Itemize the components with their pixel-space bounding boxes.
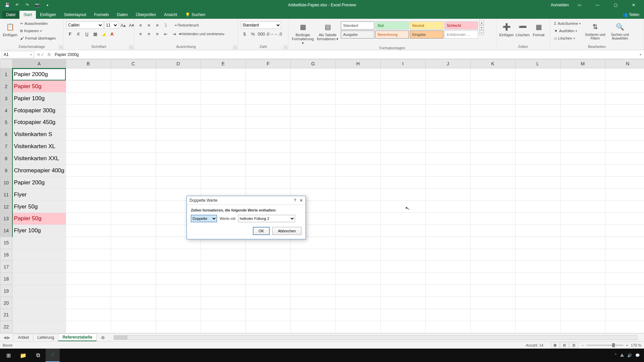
cell-D2[interactable] xyxy=(156,80,201,93)
cell-M4[interactable] xyxy=(560,105,605,117)
cell-E18[interactable] xyxy=(201,273,246,285)
cell-K16[interactable] xyxy=(470,249,515,261)
cell-B8[interactable] xyxy=(66,153,111,165)
delete-cells-button[interactable]: ➖Löschen xyxy=(515,20,530,37)
tab-file[interactable]: Datei xyxy=(2,11,19,19)
cell-M17[interactable] xyxy=(560,261,605,273)
column-header-M[interactable]: M xyxy=(560,59,605,68)
row-header-15[interactable]: 15 xyxy=(0,237,12,249)
ribbon-display-options-icon[interactable]: ▭ xyxy=(572,0,587,10)
cell-K6[interactable] xyxy=(470,128,515,140)
cell-H11[interactable] xyxy=(335,189,380,201)
sheet-tab-artikel[interactable]: Artikel xyxy=(13,334,33,341)
cell-F21[interactable] xyxy=(246,309,290,321)
cell-E3[interactable] xyxy=(201,93,246,105)
cell-I9[interactable] xyxy=(380,165,425,177)
cell-C1[interactable] xyxy=(111,68,156,80)
cell-B4[interactable] xyxy=(66,105,111,117)
worksheet-grid[interactable]: ABCDEFGHIJKLMN1Papier 2000g2Papier 50g3P… xyxy=(0,59,644,333)
cell-D22[interactable] xyxy=(156,321,201,333)
cell-B18[interactable] xyxy=(66,273,111,285)
cell-N19[interactable] xyxy=(605,285,644,297)
cell-H4[interactable] xyxy=(335,105,380,117)
select-all-corner[interactable] xyxy=(0,59,12,68)
cell-M21[interactable] xyxy=(560,309,605,321)
cell-H10[interactable] xyxy=(335,177,380,189)
cell-A5[interactable]: Fotopapier 450g xyxy=(12,116,66,128)
style-good[interactable]: Gut xyxy=(375,21,409,29)
cell-F6[interactable] xyxy=(246,128,290,140)
cell-L3[interactable] xyxy=(515,93,560,105)
cell-F2[interactable] xyxy=(246,80,290,93)
cell-H19[interactable] xyxy=(335,285,380,297)
row-header-11[interactable]: 11 xyxy=(0,189,12,201)
cell-B9[interactable] xyxy=(66,165,111,177)
tab-home[interactable]: Start xyxy=(19,11,36,19)
cell-N1[interactable] xyxy=(605,68,644,80)
cell-N15[interactable] xyxy=(605,237,644,249)
cell-N12[interactable] xyxy=(605,201,644,213)
cell-I15[interactable] xyxy=(380,237,425,249)
excel-taskbar-icon[interactable]: X xyxy=(46,349,60,362)
cell-F8[interactable] xyxy=(246,153,290,165)
percent-icon[interactable]: % xyxy=(249,30,257,38)
cell-G18[interactable] xyxy=(290,273,335,285)
cell-B3[interactable] xyxy=(66,93,111,105)
cell-L2[interactable] xyxy=(515,80,560,93)
formula-bar[interactable]: Papier 2000g xyxy=(53,52,637,57)
cell-E9[interactable] xyxy=(201,165,246,177)
column-header-L[interactable]: L xyxy=(515,59,560,68)
cell-L10[interactable] xyxy=(515,177,560,189)
cell-G22[interactable] xyxy=(290,321,335,333)
sheet-nav-prev-icon[interactable]: ◀ xyxy=(3,335,6,340)
insert-cells-button[interactable]: ➕Einfügen xyxy=(499,20,514,37)
row-header-16[interactable]: 16 xyxy=(0,249,12,261)
zoom-level[interactable]: 170 % xyxy=(631,343,641,347)
share-button[interactable]: 👥Teilen xyxy=(618,11,644,19)
underline-icon[interactable]: U xyxy=(83,30,91,38)
cell-C17[interactable] xyxy=(111,261,156,273)
row-header-9[interactable]: 9 xyxy=(0,165,12,177)
cell-L17[interactable] xyxy=(515,261,560,273)
cell-C18[interactable] xyxy=(111,273,156,285)
cell-K5[interactable] xyxy=(470,116,515,128)
task-view-icon[interactable]: ⧉ xyxy=(31,349,45,362)
cell-K17[interactable] xyxy=(470,261,515,273)
cell-D20[interactable] xyxy=(156,297,201,309)
row-header-8[interactable]: 8 xyxy=(0,153,12,165)
row-header-2[interactable]: 2 xyxy=(0,80,12,93)
cell-I17[interactable] xyxy=(380,261,425,273)
tab-formulas[interactable]: Formeln xyxy=(90,11,113,19)
cell-J5[interactable] xyxy=(425,116,470,128)
clipboard-dialog-launcher-icon[interactable]: ↘ xyxy=(59,45,63,49)
column-header-J[interactable]: J xyxy=(425,59,470,68)
cell-D16[interactable] xyxy=(156,249,201,261)
cell-L5[interactable] xyxy=(515,116,560,128)
column-header-I[interactable]: I xyxy=(380,59,425,68)
cell-C9[interactable] xyxy=(111,165,156,177)
cell-C15[interactable] xyxy=(111,237,156,249)
cell-C16[interactable] xyxy=(111,249,156,261)
cell-G8[interactable] xyxy=(290,153,335,165)
cell-I20[interactable] xyxy=(380,297,425,309)
column-header-D[interactable]: D xyxy=(156,59,201,68)
cell-G3[interactable] xyxy=(290,93,335,105)
autosum-button[interactable]: ΣAutoSumme▾ xyxy=(553,20,582,27)
redo-icon[interactable]: ↷ xyxy=(23,1,32,9)
cell-K7[interactable] xyxy=(470,140,515,153)
dialog-close-icon[interactable]: ✕ xyxy=(300,198,303,203)
tab-data[interactable]: Daten xyxy=(113,11,132,19)
cell-E8[interactable] xyxy=(201,153,246,165)
cell-A7[interactable]: Visitenkarten XL xyxy=(12,140,66,153)
cell-J14[interactable] xyxy=(425,225,470,237)
cell-L16[interactable] xyxy=(515,249,560,261)
cell-L19[interactable] xyxy=(515,285,560,297)
row-header-3[interactable]: 3 xyxy=(0,93,12,105)
cell-J21[interactable] xyxy=(425,309,470,321)
format-as-table-button[interactable]: ▤ Als Tabelleformatieren ▾ xyxy=(316,20,339,41)
cell-N9[interactable] xyxy=(605,165,644,177)
cell-I13[interactable] xyxy=(380,213,425,225)
zoom-in-icon[interactable]: + xyxy=(626,343,628,347)
cell-F5[interactable] xyxy=(246,116,290,128)
cell-M13[interactable] xyxy=(560,213,605,225)
